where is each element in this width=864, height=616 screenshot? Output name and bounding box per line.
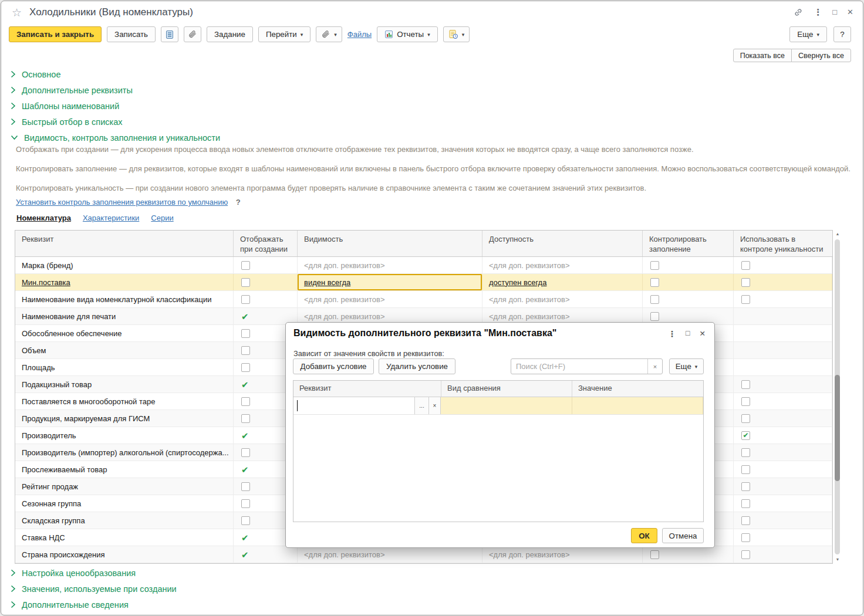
display-on-create-check-icon: ✔ — [241, 380, 249, 389]
maximize-icon[interactable]: □ — [832, 7, 837, 18]
uniqueness-checkbox[interactable] — [741, 278, 750, 287]
kebab-menu-icon[interactable]: ⋮ — [668, 329, 676, 339]
dialog-more-button[interactable]: Еще ▾ — [669, 358, 704, 374]
goto-button[interactable]: Перейти ▾ — [258, 26, 310, 42]
section-osnovnoe[interactable]: Основное — [11, 66, 220, 82]
set-default-fill-control-link[interactable]: Установить контроль заполнения реквизито… — [16, 198, 228, 207]
favorite-star-icon[interactable]: ☆ — [12, 6, 22, 19]
display-on-create-checkbox[interactable] — [241, 261, 250, 270]
add-condition-button[interactable]: Добавить условие — [293, 358, 374, 374]
choose-button[interactable]: ... — [415, 397, 429, 414]
scroll-down-icon[interactable]: ▼ — [834, 556, 841, 563]
display-on-create-checkbox[interactable] — [241, 278, 250, 287]
display-on-create-checkbox[interactable] — [241, 397, 250, 406]
delete-condition-button[interactable]: Удалить условие — [379, 358, 455, 374]
collapse-all-button[interactable]: Свернуть все — [791, 49, 851, 62]
uniqueness-checkbox[interactable] — [741, 448, 750, 457]
uniqueness-checkbox[interactable]: ✔ — [741, 431, 750, 440]
table-row[interactable]: Марка (бренд)<для доп. реквизитов><для д… — [15, 257, 832, 274]
section-shablony[interactable]: Шаблоны наименований — [11, 98, 220, 114]
ok-button[interactable]: ОК — [631, 528, 657, 543]
dialog-title: Видимость дополнительного реквизита "Мин… — [293, 328, 556, 339]
section-bystryj-otbor[interactable]: Быстрый отбор в списках — [11, 114, 220, 130]
periodic-doc-button[interactable]: ▾ — [443, 26, 470, 42]
structure-list-button[interactable] — [161, 26, 178, 42]
display-on-create-checkbox[interactable] — [241, 329, 250, 338]
availability-value[interactable]: доступен всегда — [489, 278, 546, 287]
help-button[interactable]: ? — [833, 26, 851, 42]
close-icon[interactable]: ✕ — [847, 7, 853, 18]
clear-search-icon[interactable]: × — [647, 359, 662, 374]
display-on-create-checkbox[interactable] — [241, 363, 250, 372]
table-row[interactable]: Страна происхождения✔<для доп. реквизито… — [15, 546, 832, 563]
attribute-name: Наименование для печати — [22, 312, 116, 321]
uniqueness-checkbox[interactable] — [741, 533, 750, 542]
table-row[interactable]: Мин.поставкавиден всегдадоступен всегда — [15, 274, 832, 291]
save-button[interactable]: Записать — [107, 26, 156, 42]
link-icon[interactable] — [793, 7, 804, 18]
display-on-create-checkbox[interactable] — [241, 516, 250, 525]
uniqueness-checkbox[interactable] — [741, 380, 750, 389]
show-all-button[interactable]: Показать все — [733, 49, 792, 62]
maximize-icon[interactable]: □ — [686, 329, 690, 339]
uniqueness-checkbox[interactable] — [741, 397, 750, 406]
tab-harakteristiki[interactable]: Характеристики — [83, 214, 139, 222]
condition-attribute-input[interactable] — [293, 397, 415, 414]
uniqueness-checkbox[interactable] — [741, 414, 750, 423]
visibility-value[interactable]: виден всегда — [304, 278, 350, 287]
table-row[interactable]: Наименование вида номенклатурной классиф… — [15, 291, 832, 308]
section-descriptions: Отображать при создании — для ускорения … — [16, 144, 859, 202]
display-on-create-checkbox[interactable] — [241, 448, 250, 457]
section-dop-rekvizity[interactable]: Дополнительные реквизиты — [11, 82, 220, 98]
fill-control-checkbox[interactable] — [650, 312, 659, 321]
attachments-dropdown-button[interactable]: ▾ — [316, 26, 342, 42]
help-question-icon[interactable]: ? — [236, 198, 241, 207]
uniqueness-checkbox[interactable] — [741, 499, 750, 508]
display-on-create-checkbox[interactable] — [241, 295, 250, 304]
display-on-create-checkbox[interactable] — [241, 346, 250, 355]
fill-control-checkbox[interactable] — [650, 261, 659, 270]
condition-row[interactable]: ... × — [293, 397, 703, 415]
uniqueness-checkbox[interactable] — [741, 465, 750, 474]
section-znacheniya[interactable]: Значения, используемые при создании — [11, 581, 177, 597]
attribute-name[interactable]: Мин.поставка — [22, 278, 70, 287]
uniqueness-checkbox[interactable] — [741, 516, 750, 525]
fill-control-checkbox[interactable] — [650, 278, 659, 287]
uniqueness-checkbox[interactable] — [741, 261, 750, 270]
cancel-button[interactable]: Отмена — [662, 528, 704, 543]
bar-chart-icon — [384, 30, 393, 39]
display-on-create-check-icon: ✔ — [241, 533, 249, 542]
scrollbar-thumb[interactable] — [835, 375, 840, 481]
files-link[interactable]: Файлы — [347, 30, 372, 39]
section-dop-svedeniya[interactable]: Дополнительные сведения — [11, 597, 177, 612]
attribute-name: Обособленное обеспечение — [22, 329, 122, 338]
scroll-up-icon[interactable]: ▲ — [834, 231, 841, 238]
search-input[interactable] — [511, 359, 647, 374]
close-icon[interactable]: ✕ — [700, 329, 706, 339]
task-button[interactable]: Задание — [207, 26, 253, 42]
section-cenoobrazovanie[interactable]: Настройка ценообразования — [11, 565, 177, 581]
display-on-create-checkbox[interactable] — [241, 414, 250, 423]
attach-button[interactable] — [184, 26, 201, 42]
attribute-name: Производитель — [22, 431, 76, 440]
save-and-close-button[interactable]: Записать и закрыть — [9, 26, 102, 42]
chevron-right-icon — [11, 601, 16, 608]
table-scrollbar[interactable]: ▲ ▼ — [834, 231, 841, 563]
clear-value-icon[interactable]: × — [429, 397, 441, 414]
fill-control-checkbox[interactable] — [650, 550, 659, 559]
kebab-menu-icon[interactable]: ⋮ — [814, 7, 822, 18]
fill-control-checkbox[interactable] — [650, 295, 659, 304]
uniqueness-checkbox[interactable] — [741, 295, 750, 304]
uniqueness-checkbox[interactable] — [741, 550, 750, 559]
section-vidimost[interactable]: Видимость, контроль заполнения и уникаль… — [11, 130, 220, 145]
more-button[interactable]: Еще ▾ — [789, 26, 827, 42]
reports-button[interactable]: Отчеты ▾ — [377, 26, 438, 42]
tab-serii[interactable]: Серии — [151, 214, 173, 222]
value-cell[interactable] — [572, 397, 703, 414]
tab-nomenklatura[interactable]: Номенклатура — [16, 214, 71, 222]
comparison-kind-cell[interactable] — [441, 397, 572, 414]
display-on-create-checkbox[interactable] — [241, 499, 250, 508]
chevron-right-icon — [11, 102, 16, 110]
uniqueness-checkbox[interactable] — [741, 482, 750, 491]
display-on-create-checkbox[interactable] — [241, 482, 250, 491]
